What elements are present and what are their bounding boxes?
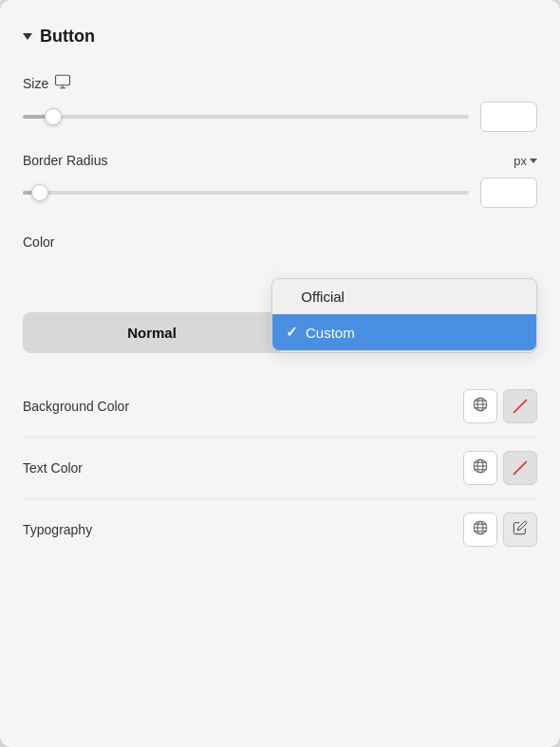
size-label: Size (23, 76, 48, 91)
dropdown-option-official[interactable]: Official (272, 279, 536, 314)
text-color-label: Text Color (23, 460, 83, 476)
svg-rect-0 (56, 75, 70, 85)
tab-normal[interactable]: Normal (24, 313, 280, 352)
section-title: Button (40, 27, 95, 47)
size-label-row: Size (23, 73, 537, 94)
background-color-label: Background Color (23, 399, 129, 414)
border-radius-slider-row (23, 177, 537, 208)
typography-globe-button[interactable] (463, 513, 497, 547)
dropdown-option-custom[interactable]: ✓ Custom (272, 314, 536, 350)
size-input[interactable] (480, 102, 537, 132)
color-row: Color Official ✓ Custom (23, 229, 537, 255)
color-dropdown-menu: Official ✓ Custom (271, 278, 537, 351)
globe-icon (472, 396, 489, 417)
typography-actions (463, 513, 537, 547)
monitor-icon (54, 73, 71, 94)
section-header: Button (23, 27, 537, 47)
color-section: Color Official ✓ Custom (23, 229, 537, 255)
background-color-row: Background Color (23, 376, 537, 438)
size-slider[interactable] (23, 115, 469, 119)
border-radius-input[interactable] (480, 177, 537, 208)
official-check (286, 289, 293, 305)
unit-caret-icon (530, 159, 537, 163)
official-label: Official (301, 289, 345, 305)
text-color-actions (463, 451, 537, 485)
border-radius-row: Border Radius px (23, 153, 537, 168)
text-color-globe-button[interactable] (463, 451, 497, 485)
background-color-clear-button[interactable] (503, 389, 537, 423)
unit-label: px (513, 154, 527, 168)
chevron-down-icon[interactable] (23, 33, 32, 40)
custom-check: ✓ (286, 324, 298, 341)
pencil-icon (513, 520, 528, 539)
slash-icon-2 (512, 459, 529, 476)
custom-label: Custom (306, 325, 355, 341)
typography-row: Typography (23, 499, 537, 560)
background-color-globe-button[interactable] (463, 389, 497, 423)
typography-label: Typography (23, 522, 92, 537)
globe-icon-2 (472, 458, 489, 478)
border-radius-slider[interactable] (23, 191, 469, 195)
border-radius-label: Border Radius (23, 153, 108, 168)
unit-select[interactable]: px (513, 154, 537, 168)
text-color-row: Text Color (23, 438, 537, 499)
slash-icon (512, 398, 529, 415)
color-label: Color (23, 234, 54, 250)
size-slider-row (23, 102, 537, 132)
text-color-clear-button[interactable] (503, 451, 537, 485)
panel: Button Size Border Radius px Color (0, 0, 560, 747)
background-color-actions (463, 389, 537, 423)
typography-edit-button[interactable] (503, 513, 537, 547)
globe-icon-3 (472, 519, 489, 540)
